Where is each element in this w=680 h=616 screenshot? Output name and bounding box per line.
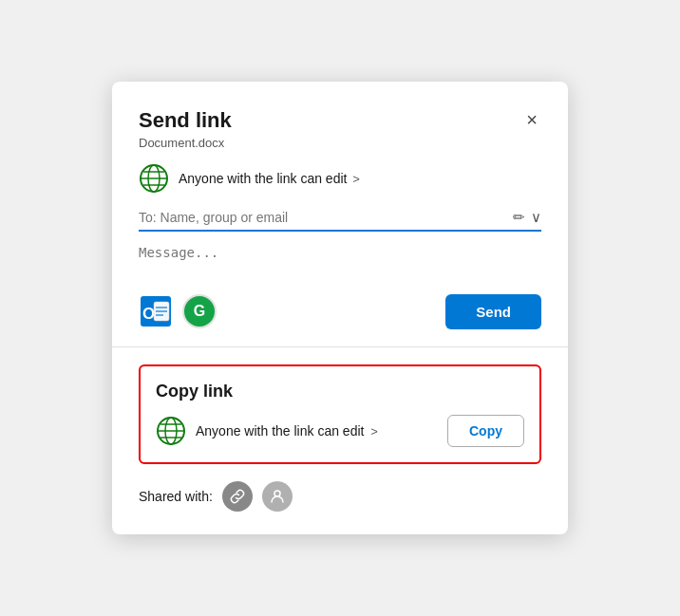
outlook-icon: O	[139, 294, 173, 328]
permission-chevron: >	[352, 172, 360, 186]
shared-avatar-person	[262, 481, 293, 512]
message-input[interactable]	[139, 245, 541, 275]
svg-point-18	[274, 491, 280, 496]
copy-button[interactable]: Copy	[447, 415, 524, 447]
copy-link-row: Anyone with the link can edit > Copy	[156, 415, 524, 447]
copy-link-left: Anyone with the link can edit >	[156, 416, 378, 446]
shared-avatar-link	[222, 481, 253, 512]
svg-text:O: O	[142, 305, 155, 323]
shared-with-row: Shared with:	[139, 481, 541, 512]
edit-icon[interactable]: ✏	[513, 209, 525, 226]
to-row: ✏ ∨	[139, 209, 541, 232]
grammarly-icon: G	[182, 294, 217, 328]
section-divider	[112, 346, 568, 347]
copy-globe-icon	[156, 416, 186, 446]
permission-row[interactable]: Anyone with the link can edit >	[139, 163, 541, 194]
dialog-header: Send link Document.docx ×	[139, 108, 541, 149]
permission-text: Anyone with the link can edit >	[179, 171, 360, 186]
send-button[interactable]: Send	[445, 294, 541, 329]
copy-permission-text: Anyone with the link can edit >	[196, 423, 378, 439]
actions-row: O G Send	[139, 294, 541, 329]
to-icons: ✏ ∨	[513, 209, 541, 226]
copy-link-title: Copy link	[156, 382, 524, 401]
send-link-dialog: Send link Document.docx × Anyone with th…	[112, 82, 568, 533]
dialog-title: Send link	[139, 108, 232, 133]
dialog-subtitle: Document.docx	[139, 136, 232, 150]
title-area: Send link Document.docx	[139, 108, 232, 149]
globe-icon	[139, 163, 169, 194]
copy-permission-chevron: >	[370, 424, 378, 439]
to-input[interactable]	[139, 210, 505, 225]
close-button[interactable]: ×	[522, 108, 541, 131]
chevron-down-icon[interactable]: ∨	[531, 209, 541, 226]
copy-link-section: Copy link Anyone with the link can edit …	[139, 364, 541, 464]
shared-with-label: Shared with:	[139, 489, 213, 504]
